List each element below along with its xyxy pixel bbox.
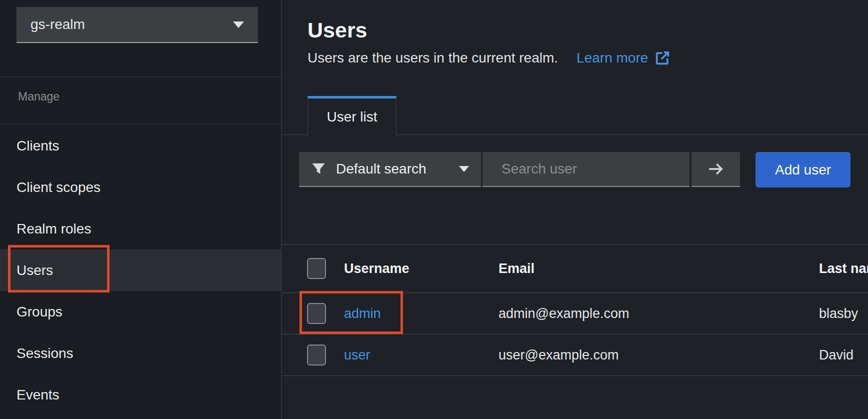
username-link-user[interactable]: user xyxy=(344,348,370,362)
tab-bar: User list xyxy=(282,96,868,135)
sidebar-divider xyxy=(0,76,281,77)
column-header-email: Email xyxy=(498,261,819,276)
page-subtitle-row: Users are the users in the current realm… xyxy=(308,48,671,68)
sidebar-nav: Clients Client scopes Realm roles Users … xyxy=(0,125,281,416)
chevron-down-icon xyxy=(233,22,244,28)
realm-selector-value: gs-realm xyxy=(30,16,85,32)
email-cell: admin@example.com xyxy=(498,306,819,322)
table-row: admin admin@example.com blasby xyxy=(282,293,868,334)
learn-more-label: Learn more xyxy=(576,50,648,66)
sidebar-item-events[interactable]: Events xyxy=(0,374,281,416)
external-link-icon xyxy=(654,50,671,66)
sidebar-item-client-scopes[interactable]: Client scopes xyxy=(0,166,281,208)
username-link-admin[interactable]: admin xyxy=(344,306,381,321)
search-box xyxy=(482,152,690,187)
column-header-username: Username xyxy=(344,261,498,276)
email-cell: user@example.com xyxy=(498,348,819,363)
realm-selector[interactable]: gs-realm xyxy=(16,7,258,43)
keycloak-admin-console: gs-realm Manage Clients Client scopes Re… xyxy=(0,0,868,419)
last-name-cell: David xyxy=(819,348,868,363)
sidebar-item-realm-roles[interactable]: Realm roles xyxy=(0,208,281,250)
last-name-cell: blasby xyxy=(819,306,868,322)
chevron-down-icon xyxy=(459,166,469,172)
add-user-button[interactable]: Add user xyxy=(756,152,850,188)
sidebar-item-sessions[interactable]: Sessions xyxy=(0,332,281,374)
learn-more-link[interactable]: Learn more xyxy=(576,50,671,66)
sidebar: gs-realm Manage Clients Client scopes Re… xyxy=(0,0,282,419)
page-title: Users xyxy=(308,18,368,42)
search-input[interactable] xyxy=(502,161,682,177)
row-checkbox-user[interactable] xyxy=(307,344,326,366)
sidebar-item-clients[interactable]: Clients xyxy=(0,125,281,166)
sidebar-item-users[interactable]: Users xyxy=(0,250,281,291)
select-all-checkbox[interactable] xyxy=(307,258,326,279)
page-subtitle: Users are the users in the current realm… xyxy=(308,50,558,66)
search-type-dropdown[interactable]: Default search xyxy=(299,152,481,187)
column-header-last-name: Last name xyxy=(819,261,868,276)
manage-section-label: Manage xyxy=(18,90,60,104)
search-submit-button[interactable] xyxy=(692,152,740,187)
search-type-dropdown-value: Default search xyxy=(336,161,449,177)
table-header-row: Username Email Last name xyxy=(282,244,868,293)
filter-funnel-icon xyxy=(311,162,326,176)
row-checkbox-admin[interactable] xyxy=(307,303,326,324)
table-row: user user@example.com David xyxy=(282,334,868,376)
tab-user-list[interactable]: User list xyxy=(308,96,396,136)
sidebar-item-groups[interactable]: Groups xyxy=(0,291,281,332)
sidebar-divider xyxy=(0,124,281,124)
arrow-right-icon xyxy=(706,162,726,176)
users-table: Username Email Last name admin admin@exa… xyxy=(282,244,868,376)
